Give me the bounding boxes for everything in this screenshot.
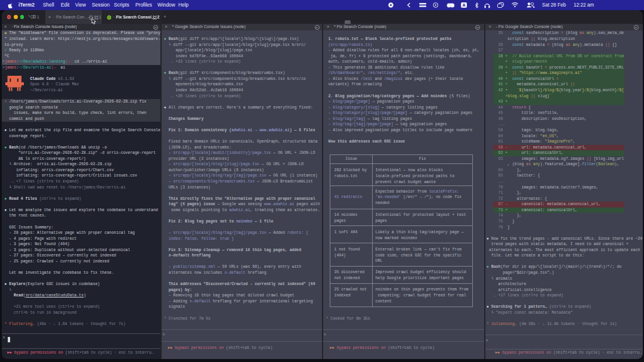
svg-text:A: A xyxy=(462,3,465,7)
